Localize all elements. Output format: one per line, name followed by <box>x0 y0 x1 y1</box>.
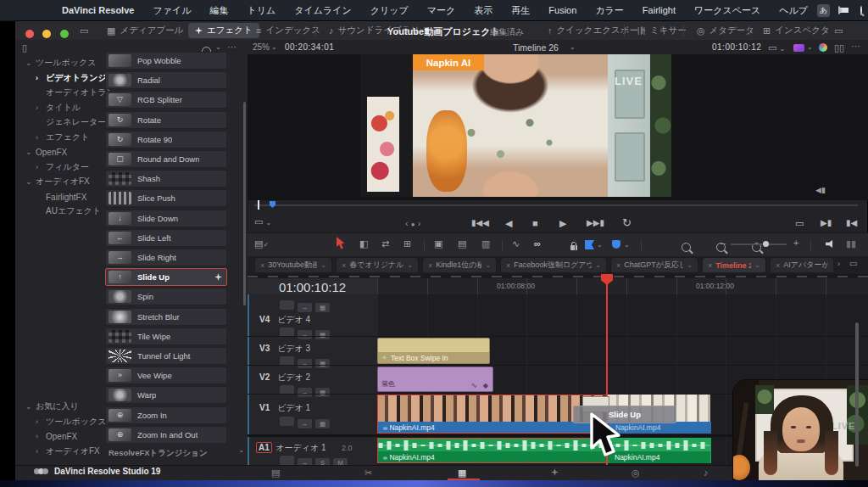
dynamic-trim-icon[interactable]: ⇄ <box>381 239 389 249</box>
track-v2-name[interactable]: V2 ビデオ 2 <box>259 368 389 383</box>
close-tab-icon[interactable]: × <box>260 261 264 270</box>
minimize-window-icon[interactable] <box>42 30 51 38</box>
timeline-scrollbar[interactable] <box>855 322 859 467</box>
enable-track-icon[interactable]: ▦ <box>315 419 330 428</box>
close-tab-icon[interactable]: × <box>428 261 432 270</box>
trim-edit-icon[interactable]: ◧ <box>359 239 368 249</box>
menubar-app-name[interactable]: DaVinci Resolve <box>53 5 143 15</box>
single-viewer-icon[interactable]: ▭ <box>80 26 88 36</box>
effect-item-slide-left[interactable]: ←Slide Left <box>105 229 227 247</box>
menu-fairlight[interactable]: Fairlight <box>633 5 685 15</box>
lock-icon[interactable] <box>280 456 294 465</box>
viewer-zoom-select[interactable]: 25% <box>253 42 270 52</box>
effect-item-slide-up[interactable]: ↑Slide Up <box>105 268 227 286</box>
clip-purple[interactable]: 紫色 ∿ ◆ <box>377 367 493 392</box>
tree-au-effects[interactable]: AUエフェクト <box>46 204 101 218</box>
search-dropdown-icon[interactable]: ⌄ <box>215 44 221 51</box>
timeline-ruler[interactable] <box>377 278 868 295</box>
media-page-icon[interactable]: ▤ <box>271 467 280 479</box>
tree-effects[interactable]: ›エフェクト <box>36 131 89 144</box>
menu-workspace[interactable]: ワークスペース <box>685 4 770 17</box>
color-overlay-icon[interactable] <box>819 43 827 52</box>
zoom-slider-thumb[interactable] <box>763 241 769 247</box>
zoom-minus[interactable]: – <box>721 238 726 248</box>
track-v4-name[interactable]: V4 ビデオ 4 <box>259 311 389 326</box>
last-frame-button[interactable]: ▶▶▮ <box>587 218 604 227</box>
close-window-icon[interactable] <box>25 30 34 38</box>
safe-area-icon[interactable]: ▭ ⌄ <box>254 217 271 227</box>
zoom-window-icon[interactable] <box>60 30 69 38</box>
fairlight-page-icon[interactable]: ♪ <box>704 467 709 478</box>
tree-fav-openfx[interactable]: ›OpenFX <box>36 429 77 443</box>
clip-text-box-swipe-in[interactable]: Text Box Swipe In <box>377 338 490 364</box>
dual-monitor-icon[interactable]: ▭ <box>834 26 843 36</box>
tree-titles[interactable]: ›タイトル <box>36 101 81 115</box>
timeline-tab-2[interactable]: ×Kindle1位の秘密⌄ <box>422 257 497 273</box>
inspector-button[interactable]: ⊞ インスペクタ <box>756 23 837 38</box>
effect-item-tile-wipe[interactable]: Tile Wipe <box>105 327 227 345</box>
tree-favorites[interactable]: ⌄お気に入り <box>25 400 79 413</box>
zoom-slider-track[interactable] <box>731 244 787 245</box>
tree-fav-toolbox[interactable]: ›ツールボックス <box>36 415 106 428</box>
step-back-button[interactable]: ◀ <box>505 218 512 229</box>
dual-screen-icon[interactable]: ▯▯ <box>834 43 844 53</box>
timeline-tab-3[interactable]: ×Facebook強制ログアウト⌄ <box>500 257 607 273</box>
zoom-plus[interactable]: + <box>793 238 798 248</box>
timeline-tab-1[interactable]: ×春でオリジナル楽曲⌄ <box>336 257 419 273</box>
effect-item-warp[interactable]: Warp <box>105 386 227 404</box>
close-tab-icon[interactable]: × <box>616 261 620 270</box>
play-button[interactable]: ▶ <box>559 218 566 229</box>
frame-overlay-icon[interactable]: ▭ <box>795 218 804 229</box>
auto-select-icon[interactable]: ↔ <box>298 388 312 397</box>
color-page-icon[interactable]: ◎ <box>632 467 640 479</box>
wipe-mode-icon[interactable]: ▭ ⌄ <box>768 43 785 53</box>
prev-edit-icon[interactable]: ▮◀ <box>846 218 857 227</box>
collapse-panel-icon[interactable]: ▯ <box>22 43 27 53</box>
clip-a1-name-bar[interactable]: ∞ NapkinAI.mp4 <box>377 451 608 463</box>
menu-edit[interactable]: 編集 <box>200 4 237 17</box>
enable-track-icon[interactable]: ▦ <box>315 330 330 339</box>
timeline-options-icon[interactable]: ▤✓ <box>254 239 269 249</box>
effect-item-slice-push[interactable]: Slice Push <box>105 189 227 207</box>
stop-button[interactable]: ■ <box>532 218 538 228</box>
razor-tool-icon[interactable]: ⊞ <box>403 239 411 249</box>
favorite-star-icon[interactable] <box>214 273 222 281</box>
close-tab-icon[interactable]: × <box>708 261 712 270</box>
close-tab-icon[interactable]: × <box>506 261 510 270</box>
match-frame-icon[interactable]: ◀▮ <box>815 187 826 194</box>
menu-playback[interactable]: 再生 <box>502 4 539 17</box>
effect-item-rotate-90[interactable]: ↻Rotate 90 <box>105 131 227 148</box>
battery-icon[interactable] <box>838 6 840 14</box>
tree-openfx[interactable]: ⌄OpenFX <box>25 145 67 159</box>
effect-item-spin[interactable]: Spin <box>105 288 227 305</box>
effect-item-shash[interactable]: Shash <box>105 170 227 188</box>
overwrite-clip-icon[interactable]: ▤ <box>458 239 466 249</box>
effect-item-round-and-down[interactable]: ▢Round and Down <box>105 150 227 168</box>
timeline-select[interactable]: Timeline 26 <box>513 42 559 53</box>
effect-item-rgb-splitter[interactable]: ▽RGB Splitter <box>105 91 227 109</box>
menu-file[interactable]: ファイル <box>143 4 200 17</box>
replace-clip-icon[interactable]: ▥ <box>481 239 490 249</box>
effect-item-slide-right[interactable]: →Slide Right <box>105 249 227 266</box>
next-edit-icon[interactable]: ▶▮ <box>821 218 832 227</box>
effect-item-slide-down[interactable]: ↓Slide Down <box>105 210 227 227</box>
tree-audiofx[interactable]: ⌄オーディオFX <box>25 175 90 188</box>
first-frame-button[interactable]: ▮◀◀ <box>471 218 489 227</box>
menu-trim[interactable]: トリム <box>237 4 285 17</box>
effect-item-stretch-blur[interactable]: Stretch Blur <box>105 308 227 326</box>
link-clips-icon[interactable]: ∞ <box>534 239 541 249</box>
auto-select-icon[interactable]: ↔ <box>298 359 312 368</box>
chevron-down-icon[interactable]: ⌄ <box>807 44 813 51</box>
tree-fairlightfx[interactable]: FairlightFX <box>46 190 86 204</box>
effects-more-icon[interactable]: ··· <box>227 42 236 52</box>
viewer-scrubber[interactable] <box>254 204 858 206</box>
menu-timeline[interactable]: タイムライン <box>285 4 361 17</box>
tree-toolbox[interactable]: ⌄ツールボックス <box>25 56 96 70</box>
retime-curve-icon[interactable]: ∿ <box>512 239 520 249</box>
chevron-down-icon[interactable]: ⌄ <box>271 44 277 51</box>
effect-item-zoom-in[interactable]: ⊕Zoom In <box>105 406 227 424</box>
effects-footer-section[interactable]: ResolveFXトランジション ⌃ <box>108 448 244 459</box>
menu-mark[interactable]: マーク <box>418 4 465 17</box>
selection-tool-icon[interactable] <box>336 237 346 250</box>
effect-item-pop-wobble[interactable]: Pop Wobble <box>105 52 227 70</box>
